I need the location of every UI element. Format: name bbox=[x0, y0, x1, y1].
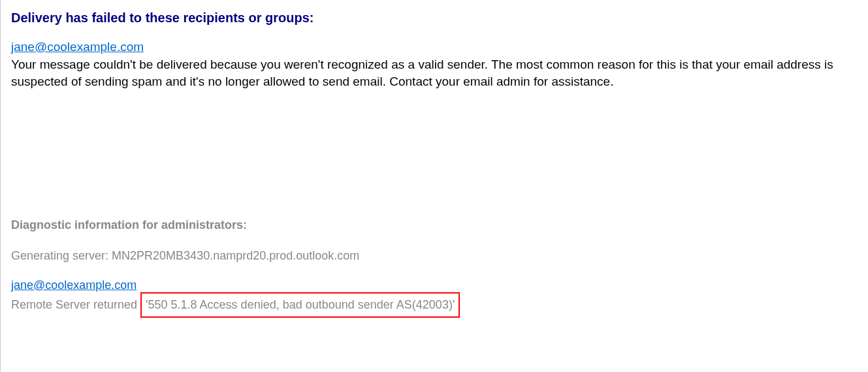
diagnostic-section: Diagnostic information for administrator… bbox=[11, 218, 868, 318]
remote-server-line: Remote Server returned '550 5.1.8 Access… bbox=[11, 292, 868, 318]
error-code-highlight: '550 5.1.8 Access denied, bad outbound s… bbox=[140, 292, 460, 318]
generating-server-value: MN2PR20MB3430.namprd20.prod.outlook.com bbox=[112, 249, 359, 262]
generating-server-line: Generating server: MN2PR20MB3430.namprd2… bbox=[11, 248, 868, 264]
recipient-email-link[interactable]: jane@coolexample.com bbox=[11, 40, 144, 54]
diagnostic-heading: Diagnostic information for administrator… bbox=[11, 218, 868, 232]
diagnostic-recipient-link[interactable]: jane@coolexample.com bbox=[11, 279, 137, 292]
failure-reason-text: Your message couldn't be delivered becau… bbox=[11, 56, 860, 91]
failure-heading: Delivery has failed to these recipients … bbox=[11, 10, 868, 25]
email-bounce-message: Delivery has failed to these recipients … bbox=[0, 0, 868, 372]
diagnostic-recipient-block: jane@coolexample.com bbox=[11, 279, 868, 292]
remote-server-label: Remote Server returned bbox=[11, 298, 140, 311]
generating-server-label: Generating server: bbox=[11, 249, 112, 262]
recipient-block: jane@coolexample.com bbox=[11, 39, 868, 56]
